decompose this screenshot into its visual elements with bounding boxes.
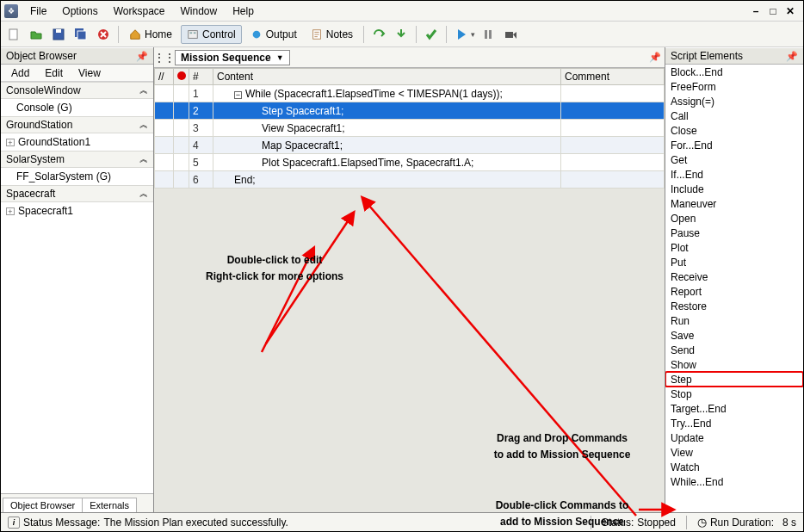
cell-breakpoint[interactable] xyxy=(174,85,189,102)
script-element-for-end[interactable]: For...End xyxy=(665,138,803,152)
save-button[interactable] xyxy=(49,25,68,44)
cell-comment[interactable] xyxy=(561,137,665,154)
open-button[interactable] xyxy=(27,25,46,44)
menu-help[interactable]: Help xyxy=(226,3,261,19)
table-row[interactable]: 2Step Spacecraft1; xyxy=(155,102,665,120)
table-row[interactable]: 5Plot Spacecraft1.ElapsedTime, Spacecraf… xyxy=(155,154,665,171)
cell-content[interactable]: −While (Spacecraft1.ElapsedTime < TIMESP… xyxy=(213,85,561,102)
category-solarsystem[interactable]: SolarSystem︽ xyxy=(1,151,153,168)
script-element-step[interactable]: Step xyxy=(665,372,803,387)
script-element-restore[interactable]: Restore xyxy=(665,299,803,313)
script-elements-list[interactable]: Block...EndFreeFormAssign(=)CallCloseFor… xyxy=(665,65,803,512)
menu-window[interactable]: Window xyxy=(174,3,225,19)
pin-icon[interactable]: 📌 xyxy=(649,52,661,63)
script-element-while-end[interactable]: While...End xyxy=(665,474,803,489)
cell-comment-toggle[interactable] xyxy=(155,154,174,171)
script-element-pause[interactable]: Pause xyxy=(665,226,803,240)
cell-comment-toggle[interactable] xyxy=(155,85,174,102)
cell-comment[interactable] xyxy=(561,154,665,171)
cell-content[interactable]: View Spacecraft1; xyxy=(213,120,561,137)
script-element-view[interactable]: View xyxy=(665,445,803,460)
tree-item-console[interactable]: Console (G) xyxy=(1,99,153,116)
menu-file[interactable]: File xyxy=(23,3,53,19)
check-button[interactable] xyxy=(422,25,441,44)
script-element-run[interactable]: Run xyxy=(665,313,803,328)
script-element-save[interactable]: Save xyxy=(665,328,803,343)
expand-icon[interactable]: + xyxy=(6,139,15,146)
script-element-receive[interactable]: Receive xyxy=(665,269,803,284)
script-element-report[interactable]: Report xyxy=(665,284,803,299)
script-element-send[interactable]: Send xyxy=(665,343,803,357)
script-element-close[interactable]: Close xyxy=(665,123,803,138)
cell-breakpoint[interactable] xyxy=(174,171,189,189)
pin-icon[interactable]: 📌 xyxy=(136,51,148,62)
category-consolewindow[interactable]: ConsoleWindow︽ xyxy=(1,82,153,99)
script-element-put[interactable]: Put xyxy=(665,255,803,269)
cell-comment-toggle[interactable] xyxy=(155,120,174,137)
cell-comment[interactable] xyxy=(561,102,665,120)
col-comment[interactable]: Comment xyxy=(561,69,665,85)
tree-item-solarsystem[interactable]: FF_SolarSystem (G) xyxy=(1,168,153,185)
cell-breakpoint[interactable] xyxy=(174,102,189,120)
script-element-maneuver[interactable]: Maneuver xyxy=(665,196,803,211)
expand-icon[interactable]: + xyxy=(6,207,15,215)
home-tab[interactable]: Home xyxy=(124,25,177,44)
pin-icon[interactable]: 📌 xyxy=(786,51,798,62)
step-into-button[interactable] xyxy=(392,25,411,44)
cell-content[interactable]: Map Spacecraft1; xyxy=(213,137,561,154)
script-element-get[interactable]: Get xyxy=(665,152,803,167)
script-element-assign-[interactable]: Assign(=) xyxy=(665,94,803,108)
save-all-button[interactable] xyxy=(71,25,90,44)
cell-comment-toggle[interactable] xyxy=(155,171,174,189)
cell-comment-toggle[interactable] xyxy=(155,102,174,120)
script-element-call[interactable]: Call xyxy=(665,108,803,123)
step-over-button[interactable] xyxy=(369,25,388,44)
script-element-if-end[interactable]: If...End xyxy=(665,167,803,182)
run-button[interactable] xyxy=(452,25,471,44)
delete-button[interactable] xyxy=(94,25,113,44)
edit-button[interactable]: Edit xyxy=(38,66,70,80)
script-element-watch[interactable]: Watch xyxy=(665,460,803,474)
tab-object-browser[interactable]: Object Browser xyxy=(3,498,83,512)
cell-comment[interactable] xyxy=(561,171,665,189)
add-button[interactable]: Add xyxy=(4,66,36,80)
script-element-freeform[interactable]: FreeForm xyxy=(665,79,803,94)
object-tree[interactable]: ConsoleWindow︽ Console (G) GroundStation… xyxy=(1,82,153,493)
script-element-try-end[interactable]: Try...End xyxy=(665,416,803,430)
cell-content[interactable]: Step Spacecraft1; xyxy=(213,102,561,120)
cell-breakpoint[interactable] xyxy=(174,154,189,171)
category-spacecraft[interactable]: Spacecraft︽ xyxy=(1,185,153,202)
script-element-open[interactable]: Open xyxy=(665,211,803,226)
col-comment-toggle[interactable]: // xyxy=(155,69,174,85)
script-element-block-end[interactable]: Block...End xyxy=(665,65,803,79)
script-element-target-end[interactable]: Target...End xyxy=(665,401,803,416)
sequence-table[interactable]: // # Content Comment 1−While (Spacecraft… xyxy=(154,68,665,189)
cell-comment-toggle[interactable] xyxy=(155,137,174,154)
tree-item-spacecraft1[interactable]: +Spacecraft1 xyxy=(1,202,153,220)
pause-button[interactable] xyxy=(479,25,498,44)
maximize-button[interactable]: □ xyxy=(767,5,779,17)
panel-grip-icon[interactable]: ⋮⋮ xyxy=(158,51,171,65)
table-row[interactable]: 1−While (Spacecraft1.ElapsedTime < TIMES… xyxy=(155,85,665,102)
new-button[interactable] xyxy=(4,25,23,44)
col-breakpoint[interactable] xyxy=(174,69,189,85)
table-row[interactable]: 4Map Spacecraft1; xyxy=(155,137,665,154)
cell-comment[interactable] xyxy=(561,85,665,102)
cell-comment[interactable] xyxy=(561,120,665,137)
cell-content[interactable]: End; xyxy=(213,171,561,189)
menu-options[interactable]: Options xyxy=(55,3,104,19)
tree-item-groundstation1[interactable]: +GroundStation1 xyxy=(1,133,153,151)
notes-tab[interactable]: Notes xyxy=(306,25,358,44)
script-element-plot[interactable]: Plot xyxy=(665,240,803,255)
mission-sequence-tab[interactable]: Mission Sequence ▼ xyxy=(175,50,290,65)
table-row[interactable]: 3View Spacecraft1; xyxy=(155,120,665,137)
close-button[interactable]: ✕ xyxy=(784,5,796,17)
category-groundstation[interactable]: GroundStation︽ xyxy=(1,116,153,133)
control-tab[interactable]: Control xyxy=(181,25,242,44)
col-content[interactable]: Content xyxy=(213,69,561,85)
cell-content[interactable]: Plot Spacecraft1.ElapsedTime, Spacecraft… xyxy=(213,154,561,171)
script-element-include[interactable]: Include xyxy=(665,182,803,196)
collapse-icon[interactable]: − xyxy=(234,91,242,99)
minimize-button[interactable]: – xyxy=(750,5,762,17)
dropdown-icon[interactable]: ▼ xyxy=(276,53,284,62)
